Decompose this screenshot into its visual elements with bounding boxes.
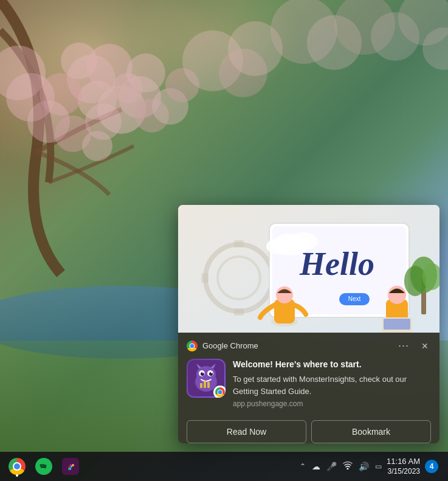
- app-icon: [187, 359, 226, 398]
- close-icon: [421, 341, 429, 351]
- notification-main-content: Welcome! Here's where to start. To get s…: [187, 359, 431, 408]
- microphone-icon[interactable]: 🎤: [326, 462, 337, 471]
- chrome-source-icon: [187, 341, 198, 351]
- svg-point-68: [211, 372, 212, 373]
- battery-icon[interactable]: ▭: [375, 462, 382, 471]
- read-now-button[interactable]: Read Now: [187, 420, 306, 443]
- notification-description: To get started with MonsterInsights, che…: [233, 373, 431, 397]
- chrome-badge-icon: [215, 387, 225, 397]
- svg-point-66: [209, 372, 213, 376]
- source-name-label: Google Chrome: [202, 341, 258, 350]
- svg-point-44: [288, 232, 318, 251]
- svg-rect-55: [384, 319, 410, 330]
- notification-header: Google Chrome: [187, 339, 431, 353]
- slack-symbol: [64, 460, 77, 472]
- clock-area[interactable]: 11:16 AM 3/15/2023: [387, 457, 420, 476]
- more-options-button[interactable]: [396, 339, 412, 353]
- svg-point-58: [404, 266, 426, 296]
- chrome-badge: [213, 386, 226, 398]
- svg-rect-37: [201, 273, 208, 283]
- clock-date: 3/15/2023: [387, 467, 420, 477]
- notification-source: Google Chrome: [187, 341, 258, 351]
- clock-time: 11:16 AM: [387, 457, 420, 467]
- spotify-symbol: [39, 462, 49, 471]
- svg-rect-69: [200, 383, 202, 388]
- svg-rect-35: [234, 240, 244, 247]
- notification-actions: Read Now Bookmark: [187, 415, 431, 443]
- taskbar-chrome-icon[interactable]: [5, 454, 29, 479]
- taskbar-icons: [5, 454, 300, 479]
- notification-title: Welcome! Here's where to start.: [233, 359, 431, 371]
- svg-point-45: [266, 238, 291, 254]
- volume-icon[interactable]: 🔊: [359, 462, 369, 471]
- spotify-icon: [35, 458, 52, 475]
- wifi-icon[interactable]: [343, 461, 353, 471]
- taskbar-spotify-icon[interactable]: [32, 454, 56, 479]
- svg-text:Next: Next: [348, 296, 361, 302]
- notification-count-badge[interactable]: 4: [425, 460, 438, 473]
- chrome-icon: [9, 458, 26, 475]
- svg-rect-70: [204, 381, 206, 388]
- svg-text:Hello: Hello: [299, 246, 374, 282]
- three-dots-icon: [398, 340, 409, 351]
- svg-point-73: [347, 468, 349, 470]
- header-actions: [396, 339, 431, 353]
- cloud-icon[interactable]: ☁: [312, 462, 320, 471]
- taskbar-right: ⌃ ☁ 🎤 🔊 ▭ 11:16 AM 3/15/2023: [300, 457, 443, 476]
- notification-image: Hello Next: [178, 205, 439, 333]
- show-hidden-icons-button[interactable]: ⌃: [300, 462, 306, 471]
- notification-url: app.pushengage.com: [233, 400, 431, 408]
- notification-content-wrapper: Google Chrome: [178, 333, 439, 443]
- close-button[interactable]: [419, 339, 431, 353]
- system-tray: ⌃ ☁ 🎤 🔊 ▭: [300, 461, 382, 471]
- bookmark-button[interactable]: Bookmark: [311, 420, 431, 443]
- notification-text-area: Welcome! Here's where to start. To get s…: [233, 359, 431, 408]
- svg-rect-71: [207, 382, 210, 388]
- svg-point-67: [202, 372, 204, 373]
- svg-point-65: [201, 372, 204, 376]
- svg-rect-36: [234, 308, 244, 316]
- hello-illustration-svg: Hello Next: [178, 205, 439, 333]
- chrome-active-dot: [16, 474, 18, 477]
- taskbar: ⌃ ☁ 🎤 🔊 ▭ 11:16 AM 3/15/2023: [0, 452, 448, 481]
- notification-popup: Hello Next: [178, 205, 439, 443]
- taskbar-slack-icon[interactable]: [58, 454, 83, 479]
- slack-icon: [62, 458, 79, 475]
- svg-point-50: [276, 286, 293, 303]
- wifi-symbol: [343, 461, 353, 469]
